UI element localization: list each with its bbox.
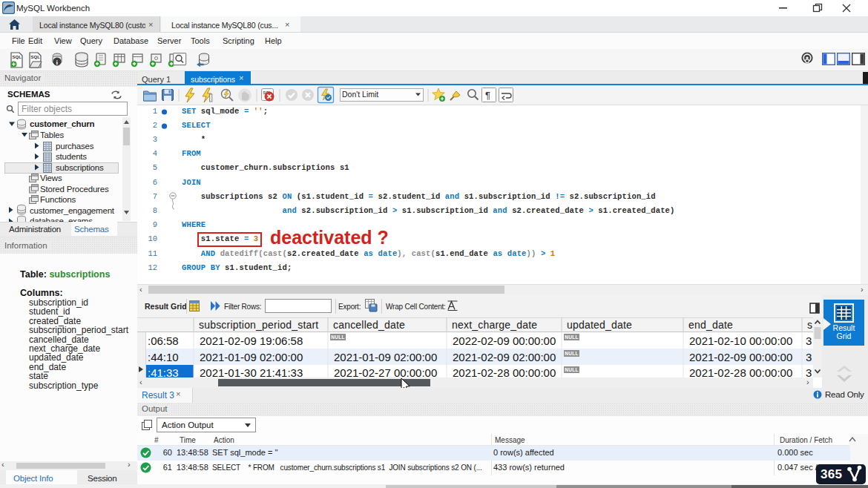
- svg-text:SQL: SQL: [13, 55, 22, 59]
- svg-text:¶: ¶: [485, 90, 490, 101]
- svg-text:SQL: SQL: [31, 55, 41, 59]
- svg-text:Don't Limit: Don't Limit: [342, 90, 378, 99]
